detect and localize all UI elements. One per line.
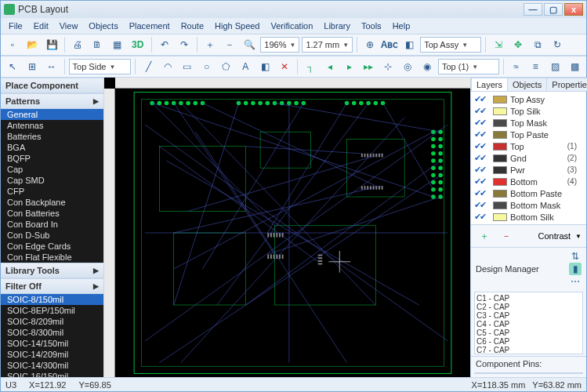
package-item[interactable]: BGA [1, 142, 103, 153]
footprint-item-selected[interactable]: SOIC-8/150mil [1, 294, 103, 305]
circle-icon[interactable]: ○ [198, 58, 216, 75]
hpair-icon[interactable]: ≈ [508, 58, 525, 75]
layer-visible-icon[interactable]: ✔✔ [474, 200, 490, 210]
package-item[interactable]: BQFP [1, 153, 103, 164]
dm-close-icon[interactable]: ⋯ [569, 275, 582, 288]
fanout-icon[interactable]: ⊹ [379, 58, 397, 75]
menu-help[interactable]: Help [388, 20, 415, 32]
close-button[interactable]: x [564, 3, 583, 16]
layer-visible-icon[interactable]: ✔✔ [474, 165, 490, 175]
package-list[interactable]: General Antennas Batteries BGA BQFP Cap … [1, 109, 103, 263]
copper-icon[interactable]: ▨ [546, 58, 563, 75]
pan-icon[interactable]: ⊞ [24, 58, 41, 75]
pad-icon[interactable]: ◉ [419, 58, 436, 75]
menu-highspeed[interactable]: High Speed [210, 20, 265, 32]
save-icon[interactable]: 💾 [43, 36, 60, 53]
layer-list[interactable]: ✔✔Top Assy✔✔Top Silk✔✔Top Mask✔✔Top Past… [471, 92, 586, 224]
place-component-header[interactable]: Place Component [1, 78, 103, 93]
titleblock-icon[interactable]: ▦ [108, 36, 125, 53]
package-item[interactable]: Con Board In [1, 219, 103, 230]
menu-verification[interactable]: Verification [266, 20, 318, 32]
layer-visible-icon[interactable]: ✔✔ [474, 118, 490, 128]
package-item[interactable]: Antennas [1, 120, 103, 131]
layer-color-swatch[interactable] [493, 119, 507, 127]
compare-icon[interactable]: ⧉ [529, 36, 546, 53]
layer-visible-icon[interactable]: ✔✔ [474, 94, 490, 104]
package-item[interactable]: Con Edge Cards [1, 241, 103, 252]
package-item[interactable]: Batteries [1, 131, 103, 142]
layer-row[interactable]: ✔✔Bottom Mask [473, 199, 585, 211]
footprint-item[interactable]: SOIC-14/150mil [1, 338, 103, 349]
play-icon[interactable]: ▸ [341, 58, 358, 75]
menu-objects[interactable]: Objects [84, 20, 122, 32]
zoom-out-icon[interactable]: － [221, 36, 238, 53]
layer-visible-icon[interactable]: ✔✔ [474, 141, 490, 151]
via-icon[interactable]: ◎ [399, 58, 416, 75]
package-item[interactable]: Con Batteries [1, 208, 103, 219]
layer-row[interactable]: ✔✔Top(1) [473, 140, 585, 152]
keepout-icon[interactable]: ▩ [566, 58, 583, 75]
open-icon[interactable]: 📂 [24, 36, 41, 53]
dm-sort-icon[interactable]: ⇅ [569, 250, 582, 263]
text2-icon[interactable]: A [237, 58, 254, 75]
footprint-item[interactable]: SOIC-8EP/150mil [1, 305, 103, 316]
text-icon[interactable]: Aʙᴄ [381, 36, 398, 53]
package-item-general[interactable]: General [1, 109, 103, 120]
library-tools-header[interactable]: Library Tools▶ [1, 263, 103, 278]
component-item[interactable]: C3 - CAP [476, 311, 581, 320]
canvas-area[interactable] [104, 78, 470, 377]
layer-row[interactable]: ✔✔Pwr(3) [473, 164, 585, 176]
drc-icon[interactable]: ⇲ [490, 36, 507, 53]
layer-color-swatch[interactable] [493, 213, 507, 221]
layer-visible-icon[interactable]: ✔✔ [474, 188, 490, 198]
measure-icon[interactable]: ↔ [43, 58, 60, 75]
arc-icon[interactable]: ◠ [159, 58, 176, 75]
zoom-in-icon[interactable]: ＋ [201, 36, 219, 53]
shape-icon[interactable]: ◧ [256, 58, 274, 75]
maximize-button[interactable]: ▢ [544, 3, 563, 16]
package-item[interactable]: Con D-Sub [1, 230, 103, 241]
footprint-item[interactable]: SOIC-14/209mil [1, 349, 103, 360]
zoom-combo[interactable]: 196%▼ [260, 37, 299, 53]
layer-icon[interactable]: ◧ [400, 36, 418, 53]
layer-color-swatch[interactable] [493, 107, 507, 115]
layer-visible-icon[interactable]: ✔✔ [474, 153, 490, 163]
layer-row[interactable]: ✔✔Gnd(2) [473, 152, 585, 164]
layer-row[interactable]: ✔✔Top Paste [473, 129, 585, 140]
tab-objects[interactable]: Objects [507, 78, 547, 91]
delete-icon[interactable]: ✕ [276, 58, 293, 75]
menu-file[interactable]: File [4, 20, 27, 32]
component-item[interactable]: C2 - CAP [476, 303, 581, 311]
line-icon[interactable]: ╱ [140, 58, 157, 75]
menu-view[interactable]: View [55, 20, 83, 32]
layer-visible-icon[interactable]: ✔✔ [474, 176, 490, 187]
filter-off-header[interactable]: Filter Off▶ [1, 278, 103, 294]
patterns-header[interactable]: Patterns▶ [1, 93, 103, 109]
package-item[interactable]: Cap [1, 164, 103, 175]
renew-icon[interactable]: ↻ [549, 36, 566, 53]
layer-color-swatch[interactable] [493, 143, 507, 151]
package-item[interactable]: CFP [1, 186, 103, 197]
layer-color-swatch[interactable] [493, 131, 507, 139]
menu-library[interactable]: Library [319, 20, 355, 32]
layer-color-swatch[interactable] [493, 190, 507, 198]
component-item[interactable]: C6 - CAP [476, 337, 581, 346]
package-item[interactable]: Con Backplane [1, 197, 103, 208]
layer-color-swatch[interactable] [493, 166, 507, 174]
pcb-canvas[interactable] [115, 89, 470, 377]
layer-color-swatch[interactable] [493, 201, 507, 209]
preview-icon[interactable]: 🗎 [89, 36, 106, 53]
origin-icon[interactable]: ⊕ [361, 36, 379, 53]
component-pins-box[interactable] [474, 372, 583, 374]
minimize-button[interactable]: — [524, 3, 542, 16]
layer-row[interactable]: ✔✔Top Silk [473, 105, 585, 117]
menu-route[interactable]: Route [176, 20, 208, 32]
rect-icon[interactable]: ▭ [179, 58, 196, 75]
step-fwd-icon[interactable]: ▸▸ [361, 58, 378, 75]
layer-color-swatch[interactable] [493, 96, 507, 103]
poly-icon[interactable]: ⬠ [218, 58, 235, 75]
layer-color-swatch[interactable] [493, 178, 507, 186]
tab-layers[interactable]: Layers [471, 78, 508, 91]
component-item[interactable]: C1 - CAP [476, 294, 581, 303]
layer-view-combo[interactable]: Top Assy▼ [420, 37, 481, 53]
